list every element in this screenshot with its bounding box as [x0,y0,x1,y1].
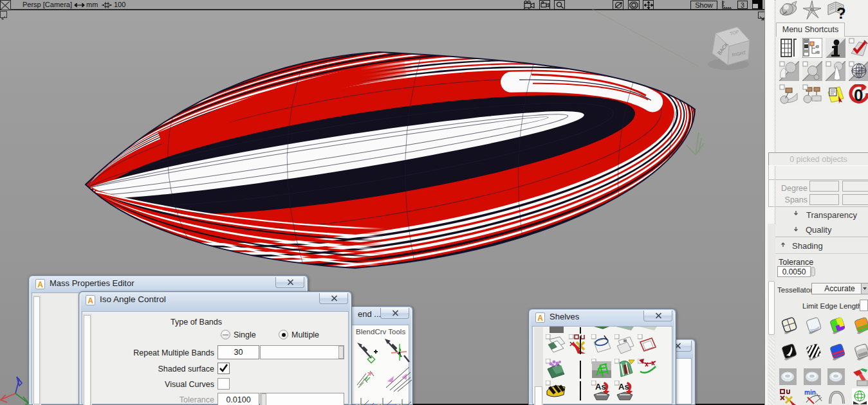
svg-text:0: 0 [854,86,863,104]
svg-text:?: ? [836,4,846,21]
svg-text:min: min [804,389,816,396]
